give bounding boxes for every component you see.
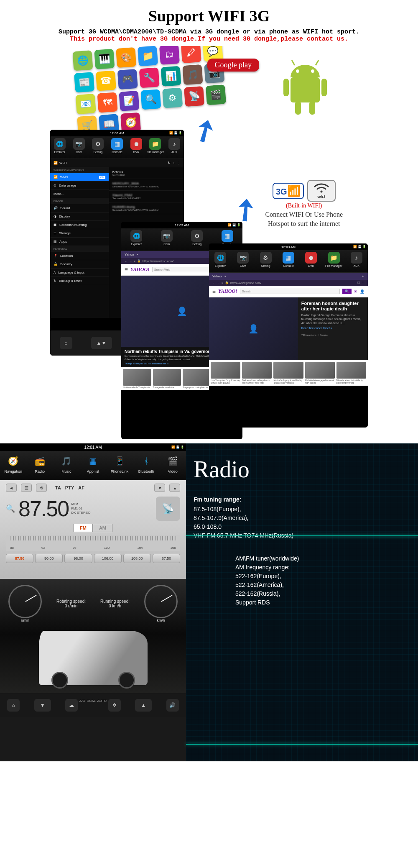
app-icon[interactable]: 📝: [119, 91, 139, 111]
app-icon[interactable]: 🎵: [182, 64, 203, 85]
toolbar-item-explorer[interactable]: 🌐Explorer: [209, 250, 232, 272]
toolbar-item-explorer[interactable]: 🌐Explorer: [50, 136, 69, 159]
home-button[interactable]: ⌂: [60, 337, 72, 349]
prev-button[interactable]: ◄: [6, 484, 17, 492]
frequency-dial[interactable]: 889296100104108: [6, 535, 180, 551]
menu-icon[interactable]: ⋮: [177, 161, 181, 165]
sidebar-item-screenshot[interactable]: ▣ScreenshotSetting: [50, 221, 109, 229]
auto-button[interactable]: AUTO: [97, 699, 107, 712]
toolbar-item-file-manager[interactable]: 📁File manager: [322, 250, 345, 272]
toolbar-item-cam[interactable]: 📷Cam: [69, 136, 89, 159]
app-icon[interactable]: 🎹: [94, 49, 115, 69]
ta-button[interactable]: TA: [55, 485, 61, 490]
toolbar-item-cam[interactable]: 📷Cam: [232, 250, 254, 272]
nav-item-app-list[interactable]: ▦App list: [80, 451, 107, 480]
af-button[interactable]: AF: [78, 485, 84, 490]
pty-button[interactable]: PTY: [65, 485, 74, 490]
toolbar-item-explorer[interactable]: 🌐Explorer: [121, 228, 152, 251]
news-thumb[interactable]: Michelle Wie engaged to son of NBA legen…: [305, 362, 335, 384]
sidebar-item-apps[interactable]: ▦Apps: [50, 238, 109, 246]
wifi-network-item[interactable]: KrandoConnected: [109, 167, 184, 179]
defrost-button[interactable]: ☁: [65, 699, 78, 712]
preset-button[interactable]: 108.00: [123, 554, 151, 563]
search-button[interactable]: 🔍: [342, 289, 352, 294]
app-icon[interactable]: 🌐: [72, 50, 93, 71]
wifi-network-item[interactable]: HUAWEI-leungSecured with WPA/WPA2 (WPS a…: [109, 202, 184, 214]
app-icon[interactable]: 🎨: [116, 47, 136, 68]
app-icon[interactable]: 🧭: [120, 113, 141, 130]
app-icon[interactable]: 🗂: [159, 46, 180, 65]
headline[interactable]: Foreman honors daughter after her tragic…: [301, 301, 364, 312]
sidebar-item-location[interactable]: 📍Location: [50, 252, 109, 260]
app-icon[interactable]: 🖍: [181, 46, 201, 63]
tune-up-button[interactable]: ▴: [169, 484, 180, 492]
toolbar-item-file-manager[interactable]: 📁File manager: [146, 136, 165, 159]
wifi-network-item[interactable]: MERCURY_360ASecured with WPA/WPA2 (WPS a…: [109, 179, 184, 191]
app-icon[interactable]: 📖: [99, 114, 119, 130]
sidebar-item-data[interactable]: ⊘Data usage: [50, 182, 109, 190]
profile-icon[interactable]: 👤: [360, 289, 364, 294]
am-button[interactable]: AM: [93, 524, 112, 532]
close-icon[interactable]: ×: [137, 253, 139, 256]
app-icon[interactable]: 📁: [138, 46, 158, 67]
app-icon[interactable]: 🔍: [140, 89, 161, 110]
temp-control[interactable]: ▲▼: [91, 337, 112, 349]
wifi-toggle[interactable]: ON: [99, 176, 105, 179]
toolbar-item-console[interactable]: ▦Console: [277, 250, 300, 272]
news-thumb[interactable]: Northam rebuffs Trumpism in: [123, 369, 151, 389]
sidebar-item-language[interactable]: ALanguage & input: [50, 269, 109, 277]
toolbar-item-cam[interactable]: 📷Cam: [152, 228, 182, 251]
toolbar-item-dvr[interactable]: ⏺DVR: [300, 250, 322, 272]
app-icon[interactable]: 📊: [161, 66, 181, 87]
app-icon[interactable]: 📡: [184, 86, 204, 107]
reactions-count[interactable]: 720 reactions: [301, 334, 316, 336]
news-thumb[interactable]: How Trump 'won' a golf tourney without e…: [211, 362, 240, 384]
app-icon[interactable]: 🎮: [117, 69, 138, 90]
ac-button[interactable]: A/C: [79, 699, 85, 712]
scan-button[interactable]: ⟲: [36, 484, 47, 492]
fan-button[interactable]: ✲: [108, 699, 121, 712]
nav-item-radio[interactable]: 📻Radio: [27, 451, 54, 480]
antenna-button[interactable]: 📡: [156, 497, 180, 521]
wifi-network-item[interactable]: Xiaomi_F5A2Secured with WPA/WPA2: [109, 191, 184, 202]
preset-button[interactable]: 87.50: [6, 554, 33, 563]
url-bar[interactable]: ←→×🔒https://www.yahoo.com/☐⋮: [209, 280, 368, 286]
search-icon[interactable]: 🔍: [6, 504, 15, 513]
sidebar-item-wifi[interactable]: 📶Wi-FiON: [50, 173, 109, 182]
news-thumb[interactable]: Milano's attempt at solidarity goes terr…: [336, 362, 366, 384]
temp-down-button[interactable]: ▼: [34, 699, 51, 712]
hamburger-icon[interactable]: ☰: [125, 268, 128, 272]
tune-down-button[interactable]: ▾: [154, 484, 165, 492]
toolbar-item-setting[interactable]: ⚙Setting: [88, 136, 107, 159]
sidebar-item-sound[interactable]: 🔊Sound: [50, 204, 109, 213]
news-thumb[interactable]: Transgender candidate: [153, 369, 181, 389]
app-icon[interactable]: 🔧: [139, 67, 160, 88]
app-icon[interactable]: 📧: [76, 94, 96, 114]
list-button[interactable]: ☰: [21, 484, 32, 492]
dual-button[interactable]: DUAL: [87, 699, 95, 712]
temp-up-button[interactable]: ▲: [135, 699, 152, 712]
yahoo-logo[interactable]: YAHOO!: [130, 266, 150, 273]
sidebar-item-more[interactable]: More…: [50, 190, 109, 198]
nav-item-navigation[interactable]: 🧭Navigation: [0, 451, 27, 480]
sidebar-item-security[interactable]: 🔒Security: [50, 260, 109, 269]
volume-button[interactable]: 🔊: [166, 699, 179, 712]
people-link[interactable]: People: [320, 334, 328, 336]
toolbar-item-setting[interactable]: ⚙Setting: [182, 228, 212, 251]
app-icon[interactable]: 📰: [74, 72, 94, 92]
preset-button[interactable]: 90.00: [35, 554, 63, 563]
app-icon[interactable]: ⚙: [162, 88, 183, 108]
toolbar-item-console[interactable]: ▦Console: [107, 136, 127, 159]
toolbar-item-setting[interactable]: ⚙Setting: [255, 250, 277, 272]
news-thumb[interactable]: Musher's dogs quit, and his big Iditarod…: [273, 362, 303, 384]
mail-icon[interactable]: ✉: [354, 289, 357, 294]
hamburger-icon[interactable]: ☰: [212, 289, 216, 294]
toolbar-item-dvr[interactable]: ⏺DVR: [127, 136, 146, 159]
preset-button[interactable]: 98.00: [64, 554, 92, 563]
news-hero-image[interactable]: 👤: [209, 297, 298, 360]
app-icon[interactable]: 🎬: [206, 84, 226, 105]
fm-button[interactable]: FM: [74, 524, 93, 532]
browser-tab[interactable]: Yahoo×＋: [209, 273, 368, 280]
sidebar-item-backup[interactable]: ↻Backup & reset: [50, 277, 109, 285]
read-more-link[interactable]: Read his tender tweet »: [301, 327, 364, 330]
